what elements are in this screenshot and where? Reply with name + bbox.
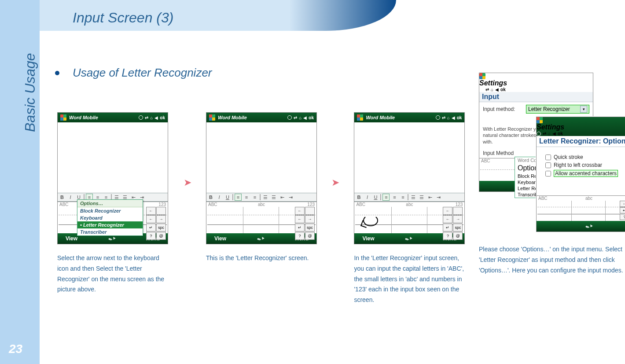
menu-item-letter[interactable]: Letter Recognizer	[77, 221, 143, 228]
zone-abc-upper: ABC	[356, 202, 392, 207]
outdent-icon[interactable]: ⇤	[279, 194, 286, 201]
settings-stack: Settings ⇄ ⌂ ◀ ok Input Input method: Le…	[479, 73, 625, 231]
list-num-icon[interactable]: ☰	[262, 194, 269, 201]
menu-item-keyboard[interactable]: Keyboard	[77, 214, 143, 221]
zone-abc-upper: ABC	[538, 196, 572, 201]
q-key[interactable]: ?	[295, 232, 305, 240]
zone-abc-lower: abc	[572, 196, 606, 201]
device-1: Word Mobile ⇄ ⌂ ◀ ok B I U ≡ ≡ ≡ ☰	[57, 112, 168, 244]
left-key[interactable]: ←	[146, 215, 156, 223]
ok-button[interactable]: ok	[558, 131, 563, 136]
view-button[interactable]: View	[66, 235, 77, 242]
windows-flag-icon	[479, 73, 485, 79]
options-checklist: Quick stroke Right to left crossbar Allo…	[537, 147, 625, 195]
italic-button[interactable]: I	[216, 194, 223, 201]
list-bullet-icon[interactable]: ☰	[418, 194, 425, 201]
checkbox[interactable]	[545, 171, 551, 176]
q-key[interactable]: ?	[620, 214, 625, 220]
input-selector-icon[interactable]: ✎ ▴	[404, 235, 413, 242]
at-key[interactable]: @	[156, 232, 166, 240]
menu-options[interactable]: Options…	[77, 200, 143, 207]
signal-icon	[537, 132, 541, 136]
right-key[interactable]: →	[453, 215, 463, 223]
input-selector-icon[interactable]: ✎ ▴	[585, 222, 593, 230]
list-bullet-icon[interactable]: ☰	[270, 194, 277, 201]
enter-key[interactable]: ↵	[146, 224, 156, 232]
status-icons: ⇄ ⌂ ◀ ok	[436, 115, 462, 120]
recognizer-panel: ABC abc 123 ← ← → ↵ spc ?	[206, 202, 316, 233]
input-selector-icon[interactable]: ✎ ▴	[256, 235, 265, 242]
col-1: Word Mobile ⇄ ⌂ ◀ ok B I U ≡ ≡ ≡ ☰	[57, 112, 169, 295]
titlebar: Word Mobile ⇄ ⌂ ◀ ok	[354, 113, 464, 122]
check-accented[interactable]: Allow accented characters	[545, 169, 625, 178]
spc-key[interactable]: spc	[305, 224, 315, 232]
left-key[interactable]: ←	[295, 215, 305, 223]
align-left-icon[interactable]: ≡	[382, 194, 390, 201]
signal-icon	[287, 115, 292, 120]
chevron-down-icon[interactable]: ▾	[580, 106, 587, 113]
ok-button[interactable]: ok	[160, 115, 165, 120]
checkbox[interactable]	[545, 162, 551, 168]
enter-key[interactable]: ↵	[443, 224, 452, 232]
indent-icon[interactable]: ⇥	[287, 194, 294, 201]
side-keys: ← ← → ↵ spc ? @	[295, 207, 315, 240]
writing-area[interactable]: ← → ↵ spc ? @	[537, 201, 625, 221]
align-left-icon[interactable]: ≡	[235, 194, 242, 201]
caption-3: In the 'Letter Recognizer' input screen,…	[354, 253, 466, 305]
checkbox[interactable]	[545, 154, 551, 160]
document-body	[58, 122, 168, 193]
backspace-key[interactable]: ←	[146, 207, 156, 215]
input-method-select[interactable]: Letter Recognizer ▾	[526, 105, 589, 114]
menu-item-block[interactable]: Block Recognizer	[77, 207, 143, 214]
indent-icon[interactable]: ⇥	[435, 194, 442, 201]
spc-key[interactable]: spc	[156, 224, 166, 232]
list-num-icon[interactable]: ☰	[410, 194, 417, 201]
left-key[interactable]: ←	[620, 201, 625, 207]
enter-key[interactable]: ↵	[295, 224, 305, 232]
bold-button[interactable]: B	[355, 194, 362, 201]
underline-button[interactable]: U	[224, 194, 231, 201]
status-icons: ⇄ ⌂ ◀ ok	[537, 131, 625, 136]
right-key[interactable]: →	[156, 215, 166, 223]
menu-item-transcriber[interactable]: Transcriber	[77, 228, 143, 235]
device-3: Word Mobile ⇄ ⌂ ◀ ok B I U ≡ ≡ ≡ ☰	[354, 112, 465, 244]
backspace-key[interactable]: ←	[443, 207, 452, 215]
ok-button[interactable]: ok	[309, 115, 314, 120]
outdent-icon[interactable]: ⇤	[426, 194, 434, 201]
home-icon: ⌂	[447, 115, 450, 120]
at-key[interactable]: @	[305, 232, 315, 240]
bold-button[interactable]: B	[207, 194, 214, 201]
q-key[interactable]: ?	[146, 232, 156, 240]
left-key[interactable]: ←	[443, 215, 452, 223]
align-center-icon[interactable]: ≡	[243, 194, 250, 201]
bold-button[interactable]: B	[59, 194, 66, 201]
right-key[interactable]: →	[305, 215, 315, 223]
zone-abc-lower: abc	[392, 202, 427, 207]
align-right-icon[interactable]: ≡	[399, 194, 406, 201]
recognizer-panel: ABC abc 123 ← ← → ↵ spc	[354, 202, 464, 233]
spc-key[interactable]: spc	[453, 224, 463, 232]
q-key[interactable]: ?	[443, 232, 452, 240]
backspace-key[interactable]: ←	[295, 207, 305, 215]
at-key[interactable]: @	[453, 232, 463, 240]
home-icon: ⌂	[150, 115, 153, 120]
writing-area[interactable]: ← ← → ↵ spc ? @	[355, 207, 463, 233]
side-keys: ← ← → ↵ spc ? @	[146, 207, 166, 240]
check-rtl-crossbar[interactable]: Right to left crossbar	[545, 161, 625, 169]
align-right-icon[interactable]: ≡	[251, 194, 258, 201]
ok-button[interactable]: ok	[457, 115, 462, 120]
italic-button[interactable]: I	[67, 194, 74, 201]
check-quick-stroke[interactable]: Quick stroke	[545, 153, 625, 161]
align-center-icon[interactable]: ≡	[391, 194, 398, 201]
ok-button[interactable]: ok	[500, 87, 506, 92]
writing-area[interactable]: ← ← → ↵ spc ? @	[207, 207, 316, 233]
sync-icon: ⇄	[543, 131, 546, 136]
italic-button[interactable]: I	[364, 194, 371, 201]
underline-button[interactable]: U	[372, 194, 379, 201]
status-icons: ⇄ ⌂ ◀ ok	[479, 87, 593, 92]
view-button[interactable]: View	[362, 235, 374, 242]
tab-input[interactable]: Input	[479, 92, 593, 102]
writing-area[interactable]: ← ← → ↵ spc ? @ Options… Block Recognize…	[59, 207, 167, 233]
enter-key[interactable]: ↵	[620, 207, 625, 213]
view-button[interactable]: View	[214, 235, 226, 242]
